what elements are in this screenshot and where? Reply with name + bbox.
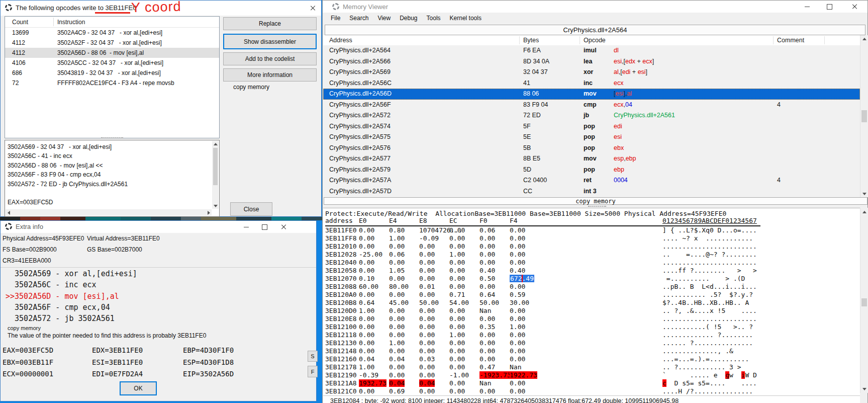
hex-value-cell[interactable]: 0.00 (359, 331, 374, 339)
opcode-writer-row[interactable]: 41123502A56D - 88 06 - mov [esi],al (5, 48, 219, 58)
float-view-button[interactable]: F (308, 366, 318, 377)
column-opcode[interactable]: Opcode (584, 37, 606, 44)
hex-value-cell[interactable]: 1.00 (359, 363, 374, 371)
copy-memory-bar[interactable]: copy memory (324, 197, 867, 205)
hex-value-cell[interactable]: 0.00 (449, 315, 465, 323)
disasm-row[interactable]: CryPhysics.dll+2A56F83 F9 04cmpecx,044 (323, 100, 860, 111)
close-dialog-button[interactable]: Close (230, 202, 272, 216)
disasm-row[interactable]: CryPhysics.dll+2A564F6 EAimuldl (323, 45, 860, 56)
hex-value-cell[interactable]: 0.64 (479, 291, 495, 298)
column-count[interactable]: Count (12, 19, 28, 26)
column-address[interactable]: Address (329, 37, 352, 44)
hex-value-cell[interactable]: 0.00 (419, 323, 435, 331)
hex-value-cell[interactable]: 0.00 (479, 387, 495, 395)
column-instruction[interactable]: Instruction (57, 19, 85, 26)
hex-value-cell[interactable]: 0.00 (389, 323, 405, 331)
hex-value-cell[interactable]: 1.00 (359, 307, 374, 314)
scroll-down-icon[interactable] (862, 388, 866, 390)
hex-value-cell[interactable]: 0.00 (510, 307, 525, 314)
hex-value-cell[interactable]: 0.00 (449, 347, 465, 355)
detail-horizontal-scrollbar[interactable] (6, 209, 212, 216)
hex-value-cell[interactable]: 0.00 (419, 387, 435, 395)
hex-value-cell[interactable]: 0.10 (359, 275, 374, 282)
hex-value-cell[interactable]: 0.00 (359, 339, 374, 347)
hex-value-cell[interactable]: 0.71 (449, 291, 465, 298)
hex-value-cell[interactable]: 0.00 (359, 243, 374, 250)
hex-value-cell[interactable]: 0.00 (479, 251, 495, 258)
hex-value-cell[interactable]: -0.09 (419, 234, 439, 242)
scroll-up-icon[interactable] (862, 211, 866, 213)
hex-value-cell[interactable]: 1932.73 (359, 379, 387, 387)
hex-value-cell[interactable]: 0.04 (389, 379, 405, 387)
hex-value-cell[interactable]: 0.04 (419, 379, 435, 387)
ok-button[interactable]: OK (120, 381, 157, 395)
hex-value-cell[interactable]: Nan (479, 307, 491, 314)
hex-value-cell[interactable]: 0.00 (389, 315, 405, 323)
opcode-writer-row[interactable]: 41063502A5CC - 32 04 37 - xor al,[edi+es… (5, 58, 219, 68)
detail-vertical-scrollbar[interactable] (212, 141, 219, 209)
hex-value-cell[interactable]: 0.00 (510, 243, 525, 250)
disasm-row[interactable]: CryPhysics.dll+2A5795Dpopebp (323, 165, 860, 176)
hex-value-cell[interactable]: 0.64 (359, 299, 374, 306)
hex-value-cell[interactable]: 0.00 (479, 347, 495, 355)
hex-value-cell[interactable]: 1.05 (389, 267, 405, 274)
hex-value-cell[interactable]: -1923.73 (479, 371, 511, 379)
hex-value-cell[interactable]: 0.40 (510, 267, 525, 274)
hex-value-cell[interactable]: 0.00 (510, 259, 525, 266)
hex-value-cell[interactable]: 0.00 (389, 307, 405, 314)
hex-value-cell[interactable]: 0.47 (479, 363, 495, 371)
disasm-row[interactable]: CryPhysics.dll+2A57AC2 0400ret00044 (323, 175, 860, 186)
disasm-row[interactable]: CryPhysics.dll+2A56C41incecx (323, 78, 860, 89)
stack-view-button[interactable]: S (308, 351, 318, 362)
hex-value-cell[interactable]: 0.00 (510, 226, 525, 234)
hex-value-cell[interactable]: 0.00 (359, 323, 374, 331)
hex-value-cell[interactable]: 0.00 (419, 347, 435, 355)
hex-value-cell[interactable]: 1.00 (449, 251, 465, 258)
hex-value-cell[interactable]: 0.00 (389, 291, 405, 298)
hex-value-cell[interactable]: 0.00 (479, 243, 495, 250)
scroll-right-icon[interactable] (208, 211, 210, 215)
hex-value-cell[interactable]: 0.00 (449, 387, 465, 395)
hex-value-cell[interactable]: 0.00 (449, 275, 465, 282)
hex-value-cell[interactable]: 0.00 (449, 259, 465, 266)
hex-value-cell[interactable]: 0.00 (479, 234, 495, 242)
hex-value-cell[interactable]: 54.00 (449, 299, 469, 306)
hex-scrollbar[interactable] (860, 208, 868, 393)
hex-value-cell[interactable]: 0.00 (449, 267, 465, 274)
disasm-row[interactable]: CryPhysics.dll+2A5745Fpopedi (323, 121, 860, 132)
disassembler-scrollbar[interactable] (860, 35, 868, 197)
menu-item-file[interactable]: File (327, 13, 344, 22)
hex-value-cell[interactable]: 0.35 (479, 323, 495, 331)
hex-value-cell[interactable]: 1.00 (510, 323, 525, 331)
hex-value-cell[interactable]: 0.80 (389, 226, 405, 234)
hex-value-cell[interactable]: 0.00 (419, 339, 435, 347)
hex-value-cell[interactable]: Nan (479, 379, 491, 387)
hex-value-cell[interactable]: 0.04 (359, 355, 374, 363)
hex-value-cell[interactable]: 0.00 (389, 363, 405, 371)
hex-value-cell[interactable]: 0.00 (419, 331, 435, 339)
hex-value-cell[interactable]: 80.00 (389, 283, 409, 290)
column-comment[interactable]: Comment (777, 37, 804, 44)
maximize-button[interactable] (256, 221, 272, 233)
hex-value-cell[interactable]: 1.00 (389, 234, 405, 242)
close-button[interactable] (841, 1, 868, 13)
hex-value-cell[interactable]: 0.00 (419, 307, 435, 314)
hex-value-cell[interactable]: 0.00 (419, 267, 435, 274)
hex-value-cell[interactable]: 0.06 (479, 226, 495, 234)
hex-value-cell[interactable]: 45.00 (389, 299, 409, 306)
hex-value-cell[interactable]: 60.00 (359, 283, 378, 290)
hex-value-cell[interactable]: 1.00 (449, 331, 465, 339)
panel-splitter[interactable] (101, 137, 123, 138)
scroll-down-icon[interactable] (862, 193, 866, 195)
hex-value-cell[interactable]: 0.00 (449, 243, 465, 250)
close-button[interactable] (306, 2, 319, 15)
add-to-codelist-button[interactable]: Add to the codelist (223, 52, 317, 65)
hex-value-cell[interactable]: 0.00 (510, 251, 525, 258)
hex-value-cell[interactable]: 0.00 (479, 355, 495, 363)
hex-value-cell[interactable]: -1.00 (449, 371, 469, 379)
more-information-button[interactable]: More information (223, 68, 317, 82)
disasm-row[interactable]: CryPhysics.dll+2A5755Epopesi (323, 132, 860, 143)
menu-item-view[interactable]: View (373, 13, 395, 22)
hex-value-cell[interactable]: 0.00 (449, 226, 465, 234)
copy-memory-label[interactable]: copy memory (8, 325, 41, 331)
